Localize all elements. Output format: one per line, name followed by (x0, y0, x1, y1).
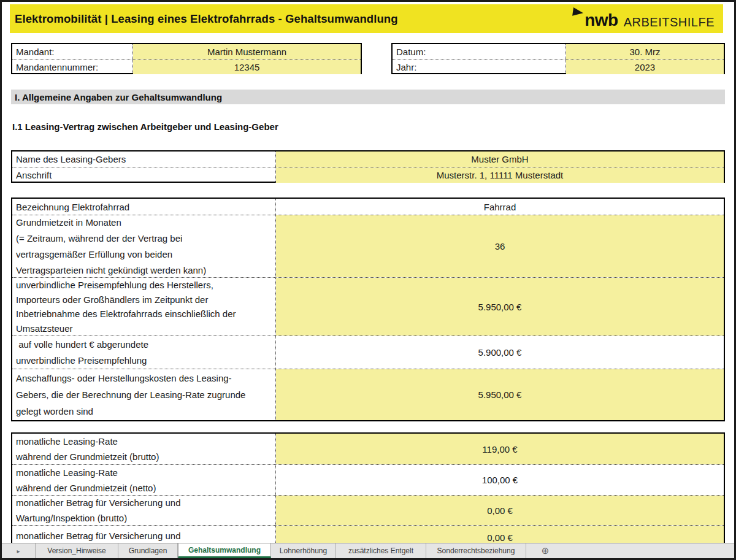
nwb-triangle-icon (572, 7, 584, 17)
table-row: Jahr: 2023 (393, 59, 724, 74)
anschaffungskosten-label: Anschaffungs- oder Herstellungskosten de… (12, 369, 276, 420)
preisempfehlung-cell[interactable]: 5.950,00 € (276, 278, 724, 336)
mandant-value-cell[interactable]: Martin Mustermann (133, 44, 361, 59)
anschaffungskosten-cell[interactable]: 5.950,00 € (276, 369, 724, 420)
datum-label: Datum: (393, 44, 566, 59)
nwb-brand-text: nwb (585, 12, 618, 29)
leasing-rate-brutto-cell[interactable]: 119,00 € (276, 434, 724, 464)
leasing-rates-table: monatliche Leasing-Rate während der Grun… (11, 432, 725, 543)
sheet-tab-bar: ▸ Version_Hinweise Grundlagen Gehaltsumw… (2, 543, 734, 558)
mandant-label: Mandant: (12, 44, 133, 59)
table-row: Grundmietzeit in Monaten (= Zeitraum, wä… (12, 215, 724, 278)
anschrift-cell[interactable]: Musterstr. 1, 11111 Musterstadt (276, 167, 724, 183)
client-meta-table: Mandant: Martin Mustermann Mandantennumm… (11, 43, 362, 74)
leasing-rate-netto-cell: 100,00 € (276, 465, 724, 495)
leasing-geber-name-label: Name des Leasing-Gebers (12, 152, 276, 167)
leasing-rate-brutto-label: monatliche Leasing-Rate während der Grun… (12, 434, 276, 464)
nwb-logo: nwb ARBEITSHILFE (573, 4, 715, 33)
worksheet: Elektromobilität | Leasing eines Elektro… (0, 0, 736, 560)
section-heading: I. Allgemeine Angaben zur Gehaltsumwandl… (11, 90, 725, 104)
nwb-suffix-text: ARBEITSHILFE (624, 16, 715, 29)
bezeichnung-label: Bezeichnung Elektrofahrrad (12, 199, 276, 215)
mandantennummer-value-cell[interactable]: 12345 (133, 59, 361, 74)
table-row: Anschaffungs- oder Herstellungskosten de… (12, 369, 724, 420)
versicherung-brutto-cell[interactable]: 0,00 € (276, 496, 724, 525)
anschrift-label: Anschrift (12, 167, 276, 183)
subsection-heading: I.1 Leasing-Vertrag zwischen Arbeitgeber… (12, 121, 278, 132)
table-row: Name des Leasing-Gebers Muster GmbH (12, 152, 724, 167)
table-row: Bezeichnung Elektrofahrrad Fahrrad (12, 199, 724, 215)
bezeichnung-cell: Fahrrad (276, 199, 724, 215)
table-row: monatlicher Betrag für Versicherung und … (12, 526, 724, 543)
table-row: unverbindliche Preisempfehlung des Herst… (12, 278, 724, 336)
bike-details-table: Bezeichnung Elektrofahrrad Fahrrad Grund… (11, 198, 725, 421)
sheet-nav-right-icon[interactable]: ▸ (2, 543, 36, 558)
tab-grundlagen[interactable]: Grundlagen (118, 543, 178, 558)
tab-gehaltsumwandlung[interactable]: Gehaltsumwandlung (178, 543, 271, 558)
grundmietzeit-cell[interactable]: 36 (276, 215, 724, 277)
preisempfehlung-label: unverbindliche Preisempfehlung des Herst… (12, 278, 276, 336)
abgerundete-preisempfehlung-label: auf volle hundert € abgerundete unverbin… (12, 336, 276, 369)
tab-version-hinweise[interactable]: Version_Hinweise (36, 543, 118, 558)
table-row: Mandant: Martin Mustermann (12, 44, 361, 59)
leasing-rate-netto-label: monatliche Leasing-Rate während der Grun… (12, 465, 276, 495)
versicherung-netto-label: monatlicher Betrag für Versicherung und … (12, 526, 276, 543)
jahr-label: Jahr: (393, 59, 566, 74)
table-row: monatliche Leasing-Rate während der Grun… (12, 434, 724, 465)
tab-sonderrechtsbeziehung[interactable]: Sonderrechtsbeziehung (426, 543, 526, 558)
versicherung-brutto-label: monatlicher Betrag für Versicherung und … (12, 496, 276, 525)
datum-value-cell[interactable]: 30. Mrz (566, 44, 724, 59)
date-meta-table: Datum: 30. Mrz Jahr: 2023 (391, 43, 725, 74)
table-row: Anschrift Musterstr. 1, 11111 Musterstad… (12, 167, 724, 183)
tab-lohnerhoehung[interactable]: Lohnerhöhung (271, 543, 336, 558)
jahr-value-cell[interactable]: 2023 (566, 59, 724, 74)
versicherung-netto-cell[interactable]: 0,00 € (276, 526, 724, 543)
grundmietzeit-label: Grundmietzeit in Monaten (= Zeitraum, wä… (12, 215, 276, 277)
table-row: Datum: 30. Mrz (393, 44, 724, 59)
leasing-geber-name-cell[interactable]: Muster GmbH (276, 152, 724, 167)
tab-zusaetzliches-entgelt[interactable]: zusätzliches Entgelt (336, 543, 426, 558)
table-row: monatliche Leasing-Rate während der Grun… (12, 465, 724, 496)
mandantennummer-label: Mandantennummer: (12, 59, 133, 74)
leasing-geber-table: Name des Leasing-Gebers Muster GmbH Ansc… (11, 150, 725, 183)
table-row: auf volle hundert € abgerundete unverbin… (12, 336, 724, 369)
title-band: Elektromobilität | Leasing eines Elektro… (10, 4, 723, 33)
abgerundete-preisempfehlung-cell: 5.900,00 € (276, 336, 724, 369)
add-sheet-icon[interactable]: ⊕ (526, 543, 564, 558)
table-row: monatlicher Betrag für Versicherung und … (12, 496, 724, 526)
table-row: Mandantennummer: 12345 (12, 59, 361, 74)
page-title: Elektromobilität | Leasing eines Elektro… (10, 12, 398, 26)
